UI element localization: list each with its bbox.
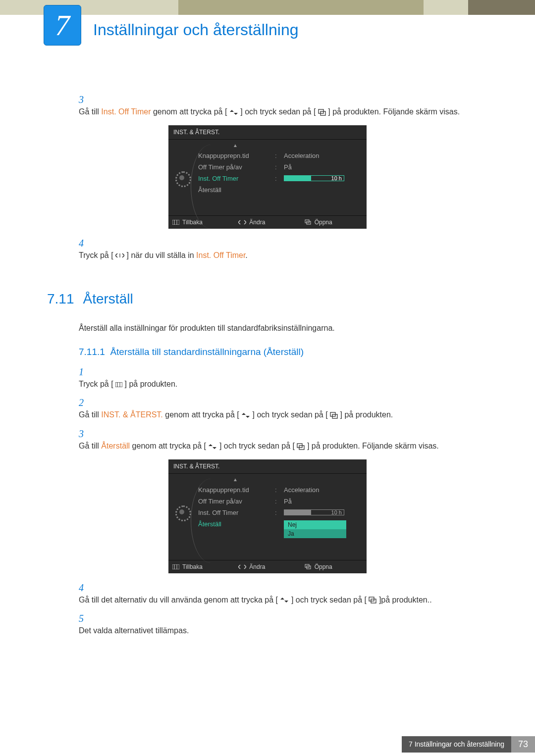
osd-screenshot-1: INST. & ÅTERST. ▲ Knappupprepn.tid:Accel… xyxy=(168,125,367,229)
gear-icon xyxy=(175,171,191,187)
left-right-icon xyxy=(115,252,124,258)
slider-selected: 10 h xyxy=(284,175,344,181)
step-5: 5 Det valda alternativet tillämpas. xyxy=(79,613,488,637)
section-711-description: Återställ alla inställningar för produkt… xyxy=(79,322,488,335)
enter-icon xyxy=(330,412,338,419)
step-3: 3 Gå till Inst. Off Timer genom att tryc… xyxy=(79,94,488,118)
svg-rect-8 xyxy=(115,382,122,387)
arc-decoration xyxy=(191,479,231,563)
footer-page-number: 73 xyxy=(511,736,535,753)
up-down-icon xyxy=(208,444,217,450)
step-number: 4 xyxy=(79,238,91,249)
page-footer: 7 Inställningar och återställning 73 xyxy=(0,736,535,754)
leftright-icon xyxy=(238,220,246,225)
subsection-7111-title: 7.11.1 Återställa till standardinställni… xyxy=(79,347,488,357)
step-1: 1 Tryck på [ ] på produkten. xyxy=(79,366,488,391)
step-2: 2 Gå till INST. & ÅTERST. genom att tryc… xyxy=(79,397,488,421)
dropdown-option: Nej xyxy=(284,520,346,529)
enter-icon xyxy=(318,109,326,116)
step-4: 4 Gå till det alternativ du vill använda… xyxy=(79,582,488,606)
osd-title: INST. & ÅTERST. xyxy=(168,459,367,474)
menu-icon xyxy=(172,220,179,225)
up-arrow-icon: ▲ xyxy=(233,143,362,148)
up-down-icon xyxy=(280,597,289,603)
svg-rect-15 xyxy=(172,564,179,569)
orange-term: Inst. Off Timer xyxy=(101,107,151,116)
step-3: 3 Gå till Återställ genom att trycka på … xyxy=(79,428,488,453)
step-4: 4 Tryck på [ ] när du vill ställa in Ins… xyxy=(79,238,488,262)
section-711-title: 7.11Återställ xyxy=(47,291,488,307)
up-down-icon xyxy=(229,109,238,115)
osd-title: INST. & ÅTERST. xyxy=(168,125,367,140)
svg-rect-2 xyxy=(172,220,179,225)
step-number: 3 xyxy=(79,94,91,105)
chapter-title: Inställningar och återställning xyxy=(93,21,298,39)
arc-decoration xyxy=(191,145,231,229)
enter-icon xyxy=(305,219,312,225)
orange-term: Inst. Off Timer xyxy=(196,251,245,259)
leftright-icon xyxy=(238,564,246,569)
step-text: Gå till Inst. Off Timer genom att trycka… xyxy=(79,105,490,118)
osd-screenshot-2: INST. & ÅTERST. ▲ Knappupprepn.tid:Accel… xyxy=(168,459,367,573)
enter-icon xyxy=(305,564,312,570)
dropdown-option: Ja xyxy=(284,529,346,538)
menu-icon xyxy=(172,564,179,569)
up-down-icon xyxy=(241,412,250,418)
enter-icon xyxy=(297,443,305,450)
osd-footer: Tillbaka Ändra Öppna xyxy=(168,560,367,573)
enter-icon xyxy=(369,597,376,604)
up-arrow-icon: ▲ xyxy=(233,477,362,482)
slider: 10 h xyxy=(284,509,344,515)
step-text: Tryck på [ ] när du vill ställa in Inst.… xyxy=(79,249,490,262)
chapter-number-badge: 7 xyxy=(44,5,81,46)
menu-icon xyxy=(115,382,122,387)
gear-icon xyxy=(175,505,191,521)
footer-chapter-label: 7 Inställningar och återställning xyxy=(402,736,511,753)
